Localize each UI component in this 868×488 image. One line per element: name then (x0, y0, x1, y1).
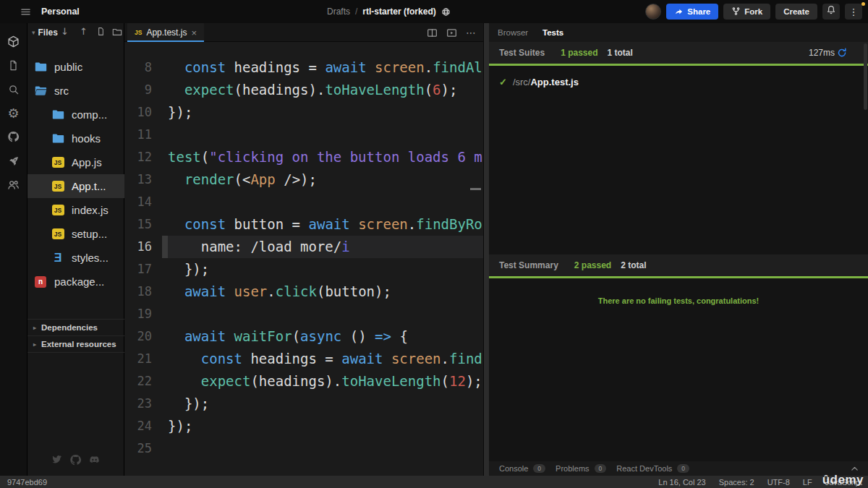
tests-scrollbar-thumb[interactable] (864, 43, 867, 110)
fork-button[interactable]: Fork (723, 4, 770, 20)
tree-item-public[interactable]: public (27, 55, 124, 79)
code-line-19[interactable]: 19 (124, 303, 483, 325)
twitter-icon[interactable] (52, 454, 62, 466)
new-folder-icon[interactable] (112, 27, 122, 37)
code-line-18[interactable]: 18 await user.click(button); (124, 281, 483, 303)
breadcrumb-parent[interactable]: Drafts (327, 7, 350, 17)
deploy-icon[interactable] (0, 149, 27, 173)
check-icon: ✓ (499, 77, 507, 87)
code-line-24[interactable]: 24}); (124, 415, 483, 437)
code-line-17[interactable]: 17 }); (124, 258, 483, 281)
folder-icon (51, 133, 65, 144)
line-number: 19 (124, 303, 152, 325)
tree-item-App-js[interactable]: JSApp.js (27, 150, 124, 174)
tab-app-test-js[interactable]: JS App.test.js × (127, 23, 204, 42)
status-item[interactable]: UTF-8 (767, 478, 790, 487)
avatar[interactable] (645, 4, 661, 20)
line-number: 16 (124, 236, 152, 258)
code-line-16[interactable]: 16 name: /load more/i (124, 236, 483, 258)
code-line-8[interactable]: 8 const headings = await screen.findAl (124, 56, 483, 79)
github-icon[interactable] (69, 454, 82, 466)
code-line-25[interactable]: 25 (124, 437, 483, 460)
line-content: name: /load more/i (152, 236, 483, 258)
tab-console[interactable]: Console0 (499, 464, 545, 473)
sandbox-title[interactable]: rtl-starter (forked) (362, 7, 435, 17)
code-line-15[interactable]: 15 const button = await screen.findByRo (124, 213, 483, 236)
section-dependencies[interactable]: ▸Dependencies (27, 319, 124, 335)
tree-item-package---[interactable]: npackage... (27, 270, 124, 294)
status-item[interactable]: LF (803, 478, 812, 487)
status-item[interactable]: Ln 16, Col 23 (658, 478, 705, 487)
tab-problems[interactable]: Problems0 (556, 464, 606, 473)
split-view-icon[interactable] (427, 27, 438, 38)
more-options-icon[interactable]: ⋯ (466, 27, 476, 38)
summary-passed-count: 2 passed (574, 260, 611, 270)
section-external-resources[interactable]: ▸External resources (27, 335, 124, 352)
line-content: await user.click(button); (152, 281, 483, 303)
panel-resize-handle[interactable] (483, 23, 489, 476)
code-line-12[interactable]: 12test("clicking on the button loads 6 m (124, 146, 483, 168)
tab-tests[interactable]: Tests (542, 23, 563, 42)
share-button[interactable]: Share (666, 4, 718, 20)
download-icon[interactable]: ↓ (61, 27, 69, 36)
tree-item-label: index.js (72, 204, 109, 216)
line-number: 17 (124, 258, 152, 281)
test-duration: 127ms (809, 48, 835, 58)
js-icon: JS (51, 181, 65, 192)
discord-icon[interactable] (89, 454, 100, 466)
chevron-down-icon[interactable]: ▾ (32, 29, 35, 36)
caret-right-icon: ▸ (33, 341, 36, 348)
tree-item-index-js[interactable]: JSindex.js (27, 198, 124, 222)
commit-hash: 9747ebd69 (7, 478, 47, 487)
tree-item-comp---[interactable]: comp... (27, 103, 124, 127)
close-icon[interactable]: × (191, 27, 197, 38)
code-line-23[interactable]: 23 }); (124, 393, 483, 415)
folder-icon (33, 61, 48, 72)
tree-item-hooks[interactable]: hooks (27, 127, 124, 150)
tree-item-styles---[interactable]: Ǝstyles... (27, 246, 124, 270)
tests-panel: Browser Tests Test Suites 1 passed 1 tot… (489, 23, 868, 476)
notifications-button[interactable] (822, 4, 840, 20)
refresh-icon[interactable] (837, 48, 847, 58)
code-line-13[interactable]: 13 render(<App />); (124, 168, 483, 191)
code-line-22[interactable]: 22 expect(headings).toHaveLength(12); (124, 370, 483, 393)
line-number: 25 (124, 437, 152, 460)
codesandbox-logo-icon[interactable] (0, 30, 27, 53)
editor-toolbar: ⋯ (427, 23, 476, 42)
more-menu-button[interactable]: ⋮ (845, 4, 862, 20)
tree-item-label: setup... (72, 228, 107, 240)
globe-icon[interactable] (441, 7, 451, 17)
settings-icon[interactable]: ⚙ (0, 101, 27, 125)
code-line-9[interactable]: 9 expect(headings).toHaveLength(6); (124, 79, 483, 101)
tree-item-setup---[interactable]: JSsetup... (27, 222, 124, 246)
explorer-title[interactable]: Files (38, 27, 58, 38)
status-bar: 9747ebd69 Ln 16, Col 23Spaces: 2UTF-8LFJ… (0, 476, 868, 488)
status-item[interactable]: Spaces: 2 (719, 478, 754, 487)
tab-browser[interactable]: Browser (498, 23, 528, 42)
code-area[interactable]: 8 const headings = await screen.findAl9 … (124, 56, 483, 460)
file-icon[interactable] (0, 53, 27, 77)
line-content: expect(headings).toHaveLength(6); (152, 79, 483, 101)
upload-icon[interactable]: ↑ (80, 27, 88, 36)
tab-react-devtools[interactable]: React DevTools0 (616, 464, 689, 473)
new-file-icon[interactable] (96, 27, 106, 36)
share-icon (674, 7, 684, 17)
workspace-label[interactable]: Personal (41, 7, 80, 17)
menu-icon[interactable] (20, 7, 31, 17)
test-file-row[interactable]: ✓ /src/App.test.js (499, 77, 579, 87)
file-explorer: ▾ Files ↓ ↑ publicsrccomp...hooksJSApp.j… (27, 23, 124, 476)
collaborators-icon[interactable] (0, 173, 27, 197)
code-line-14[interactable]: 14 (124, 191, 483, 213)
open-preview-icon[interactable] (446, 27, 457, 38)
github-icon[interactable] (0, 125, 27, 149)
explorer-header: ▾ Files ↓ ↑ (27, 23, 124, 42)
code-line-21[interactable]: 21 const headings = await screen.find (124, 348, 483, 370)
test-summary-header: Test Summary 2 passed 2 total (489, 254, 868, 276)
code-line-20[interactable]: 20 await waitFor(async () => { (124, 325, 483, 348)
create-button[interactable]: Create (775, 4, 817, 20)
tree-item-src[interactable]: src (27, 79, 124, 103)
tree-item-App-t---[interactable]: JSApp.t... (27, 174, 124, 198)
code-line-10[interactable]: 10}); (124, 101, 483, 124)
code-line-11[interactable]: 11 (124, 124, 483, 146)
search-icon[interactable] (0, 77, 27, 101)
